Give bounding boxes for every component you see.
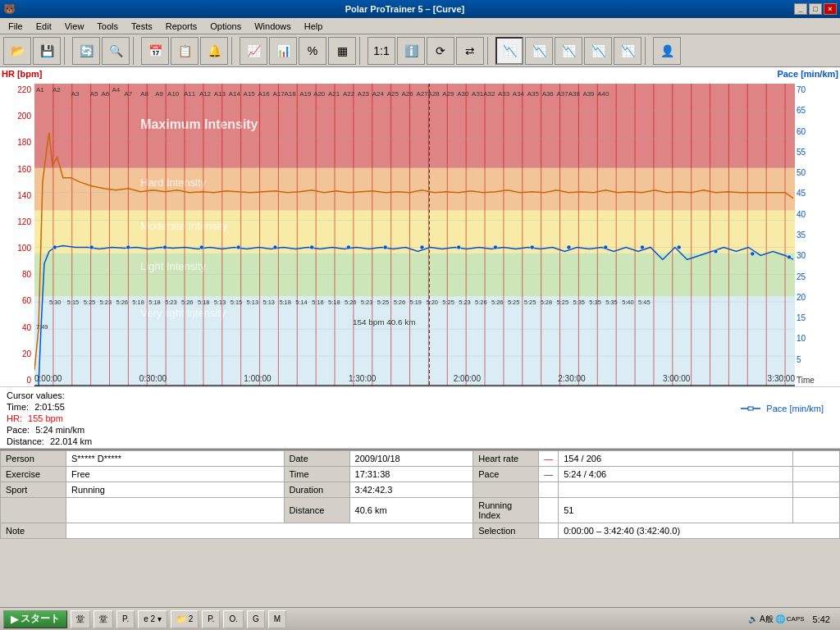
svg-text:5:28: 5:28 [541, 299, 552, 306]
svg-text:A40: A40 [597, 90, 609, 98]
selection-label: Selection [473, 523, 539, 539]
exercise-value: Free [66, 467, 285, 482]
taskbar-item-m[interactable]: M [268, 610, 286, 628]
svg-point-144 [310, 245, 314, 249]
svg-text:5:18: 5:18 [132, 299, 144, 306]
hr-button5[interactable]: 📉 [614, 37, 641, 65]
close-button[interactable]: × [824, 3, 837, 15]
svg-text:5:25: 5:25 [377, 299, 389, 306]
y-label-140: 140 [0, 191, 31, 200]
svg-text:A22: A22 [343, 90, 355, 98]
menu-bar: File Edit View Tools Tests Reports Optio… [0, 18, 840, 34]
chart-button[interactable]: 📈 [240, 37, 267, 65]
notes-button[interactable]: 📋 [171, 37, 199, 65]
menu-tests[interactable]: Tests [125, 20, 159, 33]
person-label: Person [1, 451, 66, 467]
sync-button[interactable]: ⟳ [427, 37, 454, 65]
svg-text:5:19: 5:19 [410, 299, 422, 306]
transfer-button[interactable]: ⇄ [456, 37, 484, 65]
svg-text:A39: A39 [582, 90, 595, 98]
taskbar-item-polar[interactable]: P. [116, 610, 135, 628]
menu-help[interactable]: Help [298, 20, 330, 33]
svg-text:5:13: 5:13 [262, 299, 274, 306]
chart-svg[interactable]: Maximum Intensity Hard Intensity Moderat… [34, 84, 795, 386]
find-button[interactable]: 🔍 [102, 37, 130, 65]
svg-text:A11: A11 [184, 90, 196, 98]
cursor-legend-label: Pace [min/km] [766, 404, 824, 413]
svg-point-138 [89, 245, 94, 249]
note-label: Note [1, 523, 66, 539]
user-button[interactable]: 👤 [653, 37, 681, 65]
taskbar-item-1[interactable]: 堂 [71, 610, 90, 628]
hr-button2[interactable]: 📉 [525, 37, 553, 65]
taskbar-item-ie[interactable]: e 2 ▾ [138, 610, 167, 628]
taskbar-item-p2[interactable]: P. [202, 610, 220, 628]
svg-text:5:26: 5:26 [116, 299, 127, 306]
svg-text:5:26: 5:26 [491, 299, 503, 306]
svg-text:5:18: 5:18 [148, 299, 160, 306]
menu-edit[interactable]: Edit [30, 20, 58, 33]
taskbar-clock: 5:42 [806, 613, 837, 626]
start-button[interactable]: ▶ スタート [3, 610, 67, 628]
menu-windows[interactable]: Windows [248, 20, 298, 33]
svg-point-151 [567, 245, 571, 249]
restore-button[interactable]: □ [809, 3, 822, 15]
table-button[interactable]: ▦ [328, 37, 356, 65]
svg-text:A14: A14 [229, 90, 241, 98]
date-label: Date [284, 451, 349, 467]
svg-text:5:16: 5:16 [312, 299, 323, 306]
menu-tools[interactable]: Tools [90, 20, 125, 33]
taskbar-item-folder[interactable]: 📁 2 [171, 610, 199, 628]
hr-button3[interactable]: 📉 [555, 37, 582, 65]
svg-point-141 [199, 245, 203, 249]
svg-point-140 [163, 245, 167, 249]
menu-view[interactable]: View [58, 20, 91, 33]
hr-button1[interactable]: 📉 [495, 37, 523, 65]
menu-reports[interactable]: Reports [159, 20, 204, 33]
svg-text:Maximum Intensity: Maximum Intensity [140, 117, 258, 131]
duration-value: 3:42:42.3 [349, 482, 473, 498]
info-button[interactable]: ℹ️ [397, 37, 425, 65]
svg-text:A21: A21 [328, 90, 340, 98]
svg-text:5:15: 5:15 [67, 299, 79, 306]
svg-text:A17A18: A17A18 [272, 90, 296, 98]
alarm-button[interactable]: 🔔 [200, 37, 228, 65]
table-row-person: Person S***** D***** Date 2009/10/18 Hea… [1, 451, 840, 467]
scale-button[interactable]: 1:1 [368, 37, 395, 65]
save-button[interactable]: 💾 [33, 37, 61, 65]
refresh-button[interactable]: 🔄 [72, 37, 100, 65]
taskbar-item-g[interactable]: G [247, 610, 265, 628]
open-button[interactable]: 📂 [3, 37, 31, 65]
svg-text:A26: A26 [402, 90, 414, 98]
hr-button4[interactable]: 📉 [584, 37, 612, 65]
cursor-legend: Pace [min/km] [741, 404, 824, 413]
cursor-distance-label: Distance: [7, 436, 44, 446]
svg-text:5:45: 5:45 [638, 299, 650, 306]
svg-text:A29: A29 [442, 90, 454, 98]
y-label-0: 0 [0, 376, 31, 385]
table-row-note: Note Selection 0:00:00 – 3:42:40 (3:42:4… [1, 523, 840, 539]
y-label-20: 20 [0, 349, 31, 358]
bar-button[interactable]: 📊 [269, 37, 297, 65]
table-row-exercise: Exercise Free Time 17:31:38 Pace — 5:24 … [1, 467, 840, 482]
window-controls[interactable]: _ □ × [794, 3, 837, 15]
cursor-pace-value: 5:24 min/km [35, 425, 84, 435]
menu-file[interactable]: File [2, 20, 30, 33]
cursor-time-label: Time: [7, 402, 29, 412]
menu-options[interactable]: Options [203, 20, 248, 33]
svg-text:A9: A9 [155, 90, 163, 98]
svg-text:A23: A23 [358, 90, 370, 98]
y-axis-right-title: Pace [min/km] [777, 69, 838, 79]
taskbar-item-0[interactable]: O. [223, 610, 244, 628]
svg-text:A16: A16 [258, 90, 271, 98]
calendar-button[interactable]: 📅 [141, 37, 169, 65]
svg-text:A19: A19 [299, 90, 312, 98]
svg-text:Very light intensity: Very light intensity [140, 307, 226, 319]
taskbar-item-2[interactable]: 堂 [94, 610, 113, 628]
percent-button[interactable]: % [299, 37, 326, 65]
minimize-button[interactable]: _ [794, 3, 807, 15]
hr-value: 154 / 206 [559, 451, 793, 467]
svg-text:Hard Intensity: Hard Intensity [140, 176, 206, 189]
cursor-distance-value: 22.014 km [50, 436, 92, 446]
person-value: S***** D***** [66, 451, 285, 467]
